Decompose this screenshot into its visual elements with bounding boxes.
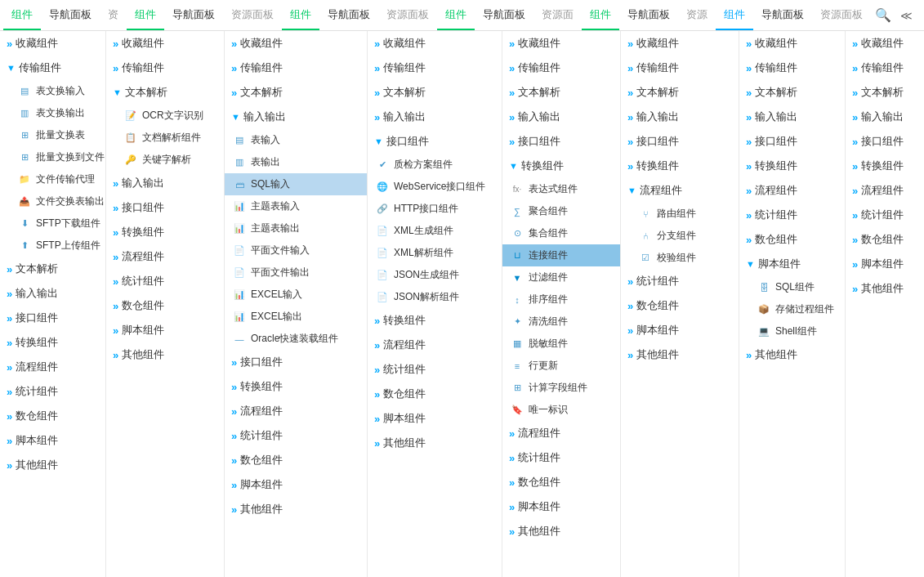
col1-item-tableexout[interactable]: ▥ 表文换输出	[0, 102, 105, 124]
col5-clean[interactable]: ✦ 清洗组件	[502, 311, 620, 333]
col5-interface[interactable]: » 接口组件	[502, 129, 620, 154]
col7-favorites[interactable]: » 收藏组件	[739, 31, 845, 56]
col6-favorites[interactable]: » 收藏组件	[621, 31, 739, 56]
col6-other[interactable]: » 其他组件	[621, 342, 739, 367]
col8-process[interactable]: » 流程组件	[846, 178, 924, 203]
nav-tab-4b[interactable]: 导航面板	[475, 0, 533, 30]
col3-io-topicin[interactable]: 📊 主题表输入	[225, 195, 367, 217]
col4-quality[interactable]: ✔ 质检方案组件	[368, 154, 502, 176]
col1-item-fileproxy[interactable]: 📁 文件传输代理	[0, 168, 105, 190]
col3-transfer[interactable]: » 传输组件	[225, 56, 367, 80]
col4-textparse[interactable]: » 文本解析	[368, 80, 502, 105]
col1-script[interactable]: » 脚本组件	[0, 428, 105, 453]
col7-stored[interactable]: 📦 存储过程组件	[739, 298, 845, 320]
col6-script[interactable]: » 脚本组件	[621, 318, 739, 342]
col6-route[interactable]: ⑂ 路由组件	[621, 203, 739, 225]
col6-process[interactable]: ▼ 流程组件	[621, 178, 739, 203]
col4-interface[interactable]: ▼ 接口组件	[368, 129, 502, 154]
col4-webservice[interactable]: 🌐 WebService接口组件	[368, 176, 502, 198]
col5-stats[interactable]: » 统计组件	[502, 445, 620, 470]
col7-transfer[interactable]: » 传输组件	[739, 56, 845, 80]
col3-io-sqlin[interactable]: 🗃 SQL输入	[225, 173, 367, 195]
col1-textparse[interactable]: » 文本解析	[0, 257, 105, 281]
col1-transfer[interactable]: ▼ 传输组件	[0, 56, 105, 80]
col5-unique[interactable]: 🔖 唯一标识	[502, 399, 620, 421]
col3-io-tablein[interactable]: ▤ 表输入	[225, 129, 367, 151]
col2-process[interactable]: » 流程组件	[106, 244, 224, 269]
col2-io[interactable]: » 输入输出	[106, 171, 224, 195]
col2-textparse[interactable]: ▼ 文本解析	[106, 80, 224, 105]
col5-formula[interactable]: fx· 表达式组件	[502, 178, 620, 200]
col5-io[interactable]: » 输入输出	[502, 105, 620, 129]
col2-stats[interactable]: » 统计组件	[106, 269, 224, 293]
col8-transform[interactable]: » 转换组件	[846, 154, 924, 178]
col4-xmlgen[interactable]: 📄 XML生成组件	[368, 220, 502, 242]
nav-tab-6c[interactable]: 资源面板	[812, 0, 871, 30]
col5-other[interactable]: » 其他组件	[502, 519, 620, 543]
col3-io-excelout[interactable]: 📊 EXCEL输出	[225, 306, 367, 328]
nav-tab-4c[interactable]: 资源面	[533, 0, 582, 30]
nav-tab-1b[interactable]: 导航面板	[41, 0, 100, 30]
col8-textparse[interactable]: » 文本解析	[846, 80, 924, 105]
col8-transfer[interactable]: » 传输组件	[846, 56, 924, 80]
col5-dw[interactable]: » 数仓组件	[502, 470, 620, 494]
col3-process[interactable]: » 流程组件	[225, 399, 367, 423]
nav-tab-3[interactable]: 组件	[282, 0, 319, 30]
col8-script[interactable]: » 脚本组件	[846, 252, 924, 276]
nav-tab-1c[interactable]: 资	[100, 0, 127, 30]
col7-transform[interactable]: » 转换组件	[739, 154, 845, 178]
col3-io-excelin[interactable]: 📊 EXCEL输入	[225, 284, 367, 306]
col5-filter[interactable]: ▼ 过滤组件	[502, 266, 620, 288]
col8-dw[interactable]: » 数仓组件	[846, 227, 924, 252]
col7-textparse[interactable]: » 文本解析	[739, 80, 845, 105]
col5-sort[interactable]: ↕ 排序组件	[502, 288, 620, 311]
col6-check[interactable]: ☑ 校验组件	[621, 247, 739, 269]
col1-item-sftp-up[interactable]: ⬆ SFTP上传组件	[0, 235, 105, 257]
col4-other[interactable]: » 其他组件	[368, 431, 502, 455]
col6-textparse[interactable]: » 文本解析	[621, 80, 739, 105]
col2-favorites[interactable]: » 收藏组件	[106, 31, 224, 56]
col2-item-keyword[interactable]: 🔑 关键字解析	[106, 149, 224, 171]
col3-transform[interactable]: » 转换组件	[225, 374, 367, 399]
col6-interface[interactable]: » 接口组件	[621, 129, 739, 154]
col3-favorites[interactable]: » 收藏组件	[225, 31, 367, 56]
col5-connect[interactable]: ⊔ 连接组件	[502, 244, 620, 266]
col1-item-sftp-down[interactable]: ⬇ SFTP下载组件	[0, 212, 105, 235]
col3-io-oracle[interactable]: — Oracle快速装载组件	[225, 328, 367, 350]
col8-io[interactable]: » 输入输出	[846, 105, 924, 129]
col5-transform[interactable]: ▼ 转换组件	[502, 154, 620, 178]
col1-other[interactable]: » 其他组件	[0, 453, 105, 477]
col7-process[interactable]: » 流程组件	[739, 178, 845, 203]
col6-transform[interactable]: » 转换组件	[621, 154, 739, 178]
col1-dw[interactable]: » 数仓组件	[0, 404, 105, 428]
nav-tab-6[interactable]: 组件	[716, 0, 753, 30]
col5-calcfield[interactable]: ⊞ 计算字段组件	[502, 377, 620, 399]
col3-io-flatfileout[interactable]: 📄 平面文件输出	[225, 262, 367, 284]
col4-http[interactable]: 🔗 HTTP接口组件	[368, 198, 502, 220]
col3-other[interactable]: » 其他组件	[225, 497, 367, 521]
col1-favorites[interactable]: » 收藏组件	[0, 31, 105, 56]
col1-io[interactable]: » 输入输出	[0, 281, 105, 306]
col5-transfer[interactable]: » 传输组件	[502, 56, 620, 80]
col7-interface[interactable]: » 接口组件	[739, 129, 845, 154]
col3-dw[interactable]: » 数仓组件	[225, 448, 367, 472]
col4-favorites[interactable]: » 收藏组件	[368, 31, 502, 56]
col4-transfer[interactable]: » 传输组件	[368, 56, 502, 80]
search-icon[interactable]: 🔍	[875, 7, 891, 24]
col4-stats[interactable]: » 统计组件	[368, 357, 502, 382]
col5-process[interactable]: » 流程组件	[502, 421, 620, 445]
col3-io[interactable]: ▼ 输入输出	[225, 105, 367, 129]
nav-tab-6b[interactable]: 导航面板	[753, 0, 812, 30]
col6-transfer[interactable]: » 传输组件	[621, 56, 739, 80]
col7-dw[interactable]: » 数仓组件	[739, 227, 845, 252]
col1-interface[interactable]: » 接口组件	[0, 306, 105, 330]
nav-tab-2[interactable]: 组件	[127, 0, 164, 30]
col6-branch[interactable]: ⑃ 分支组件	[621, 225, 739, 247]
nav-tab-5b[interactable]: 导航面板	[619, 0, 678, 30]
col4-io[interactable]: » 输入输出	[368, 105, 502, 129]
col3-textparse[interactable]: » 文本解析	[225, 80, 367, 105]
col6-io[interactable]: » 输入输出	[621, 105, 739, 129]
col2-interface[interactable]: » 接口组件	[106, 195, 224, 220]
col2-transfer[interactable]: » 传输组件	[106, 56, 224, 80]
col3-io-tableout[interactable]: ▥ 表输出	[225, 151, 367, 173]
